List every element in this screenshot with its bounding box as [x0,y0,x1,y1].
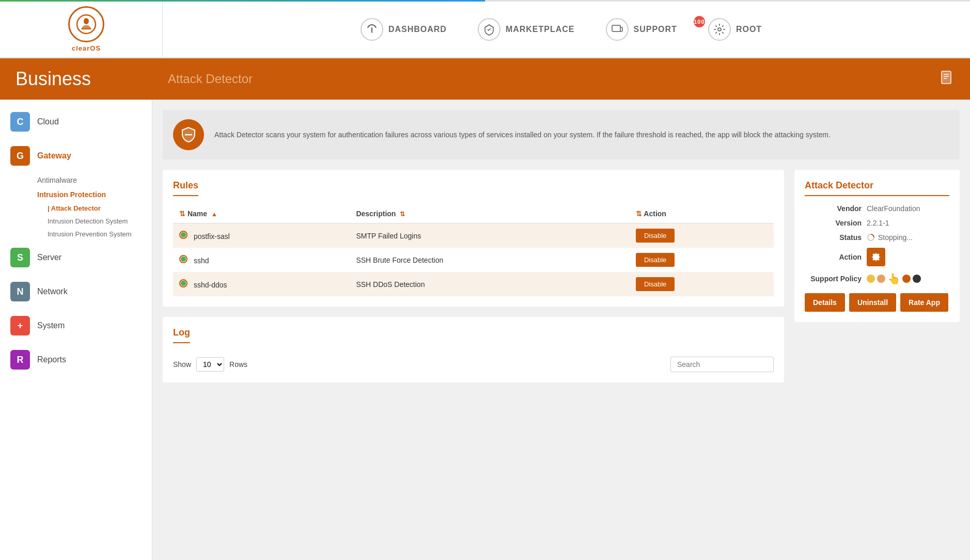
version-label: Version [805,219,862,227]
svg-point-5 [718,28,721,31]
dot-yellow [867,275,875,283]
rule-action-cell: Disable [630,248,774,272]
sidebar-gateway-submenu: Antimalware Intrusion Protection Attack … [0,173,152,241]
status-dot [179,255,187,263]
sidebar-item-reports[interactable]: R Reports [0,343,152,377]
rule-desc-cell: SSH DDoS Detection [350,272,630,296]
svg-rect-6 [942,71,951,84]
content-area: Attack Detector scans your system for au… [152,100,970,560]
col-name[interactable]: ⇅ Name ▲ [173,204,350,223]
dot-orange [902,275,911,283]
rule-desc-cell: SSH Brute Force Detection [350,248,630,272]
nav-support[interactable]: SUPPORT [606,18,677,41]
vendor-label: Vendor [805,204,862,213]
sidebar-item-server[interactable]: S Server [0,241,152,275]
table-row: postfix-sasl SMTP Failed Logins Disable [173,223,774,248]
rules-panel: Rules ⇅ Name ▲ Description [163,170,784,307]
rule-action-cell: Disable [630,223,774,248]
svg-point-3 [371,31,372,33]
rule-name-cell: postfix-sasl [173,223,350,248]
marketplace-icon [478,18,500,41]
rule-action-cell: Disable [630,272,774,296]
log-search-input[interactable] [670,357,774,372]
app-info-title: Attack Detector [805,180,949,196]
marketplace-label: MARKETPLACE [506,25,575,34]
dashboard-label: DASHBOARD [388,25,447,34]
sidebar-cloud-label: Cloud [37,117,59,126]
rows-label: Rows [229,360,247,369]
cloud-icon: C [10,112,30,132]
panel-actions: Details Uninstall Rate App [805,293,949,312]
sidebar-gateway-label: Gateway [37,151,71,161]
show-label: Show [173,360,191,369]
root-label: ROOT [736,25,762,34]
reports-icon: R [10,350,30,370]
rule-name: sshd [194,257,209,265]
sidebar-server-label: Server [37,253,61,262]
action-label: Action [805,253,862,261]
disable-button[interactable]: Disable [636,277,675,291]
sidebar: C Cloud G Gateway Antimalware Intrusion … [0,100,152,560]
svg-point-1 [84,18,89,24]
log-title: Log [173,327,190,343]
nav-root[interactable]: 100 ROOT [708,18,762,41]
server-icon: S [10,248,30,267]
support-row: Support Policy 👆 [805,273,949,285]
nav-dashboard[interactable]: DASHBOARD [361,18,447,41]
sidebar-item-cloud[interactable]: C Cloud [0,105,152,139]
network-icon: N [10,282,30,301]
status-dot [179,279,187,287]
sidebar-intrusion-detection[interactable]: Intrusion Detection System [48,215,152,228]
app-info-panel: Attack Detector Vendor ClearFoundation V… [794,170,960,322]
info-shield-icon [173,119,204,150]
vendor-row: Vendor ClearFoundation [805,204,949,213]
rows-select[interactable]: 10 25 50 [196,357,224,372]
disable-button[interactable]: Disable [636,229,675,243]
col-action[interactable]: ⇅ Action [630,204,774,223]
dot-dark [913,275,921,283]
table-row: sshd SSH Brute Force Detection Disable [173,248,774,272]
business-title: Business [15,68,152,90]
log-panel: Log Show 10 25 50 Rows [163,317,784,382]
action-row: Action [805,248,949,266]
gear-button[interactable] [867,248,885,266]
sidebar-reports-label: Reports [37,355,66,364]
status-value: Stopping... [867,233,913,242]
status-row: Status Stopping... [805,233,949,242]
nav-marketplace[interactable]: MARKETPLACE [478,18,575,41]
support-label: Support Policy [805,275,862,283]
sidebar-item-gateway[interactable]: G Gateway [0,139,152,173]
system-icon: + [10,316,30,335]
table-row: sshd-ddos SSH DDoS Detection Disable [173,272,774,296]
sidebar-item-system[interactable]: + System [0,309,152,343]
sidebar-antimalware[interactable]: Antimalware [37,173,152,187]
rule-name-cell: sshd [173,248,350,272]
logo-icon [68,6,104,42]
content-main: Rules ⇅ Name ▲ Description [163,170,784,393]
name-sort-icon: ▲ [211,211,217,218]
version-value: 2.2.1-1 [867,219,889,227]
sidebar-intrusion-prevention[interactable]: Intrusion Prevention System [48,228,152,241]
sidebar-item-network[interactable]: N Network [0,275,152,309]
rule-name: postfix-sasl [194,232,230,241]
disable-button[interactable]: Disable [636,253,675,267]
rule-desc-cell: SMTP Failed Logins [350,223,630,248]
sidebar-intrusion-protection[interactable]: Intrusion Protection [37,187,152,202]
main-layout: C Cloud G Gateway Antimalware Intrusion … [0,100,970,560]
uninstall-button[interactable]: Uninstall [849,293,896,312]
rate-app-button[interactable]: Rate App [900,293,948,312]
support-label: SUPPORT [634,25,677,34]
sidebar-attack-detector[interactable]: Attack Detector [48,202,152,215]
info-box: Attack Detector scans your system for au… [163,110,960,159]
svg-rect-2 [371,27,372,31]
content-row: Rules ⇅ Name ▲ Description [163,170,960,393]
details-button[interactable]: Details [805,293,845,312]
status-dot [179,231,187,239]
dot-light-orange [877,275,885,283]
logo-area: clearOS [10,2,163,57]
col-description[interactable]: Description ⇅ [350,204,630,223]
page-header-icon [940,70,955,88]
sidebar-intrusion-sub: Attack Detector Intrusion Detection Syst… [37,202,152,241]
rules-title: Rules [173,180,198,196]
hand-cursor-icon: 👆 [887,273,900,285]
